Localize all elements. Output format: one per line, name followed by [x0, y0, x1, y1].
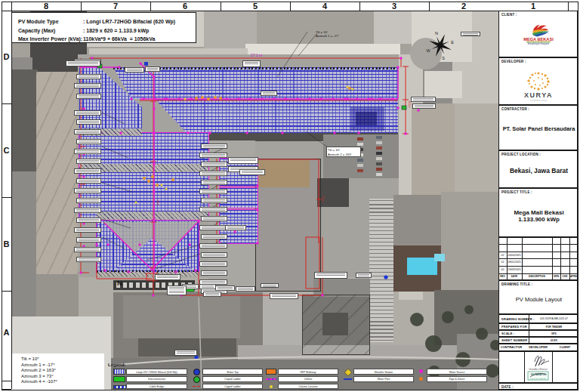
svg-text:N: N — [435, 31, 438, 35]
svg-text:Everything for Everyone: Everything for Everyone — [528, 42, 550, 45]
svg-text:N: N — [117, 279, 122, 287]
svg-text:W: W — [426, 48, 430, 53]
svg-text:S: S — [442, 56, 445, 60]
svg-text:XURYA: XURYA — [524, 91, 553, 99]
svg-text:MEGA BEKASI: MEGA BEKASI — [523, 37, 554, 42]
svg-text:17.1 m: 17.1 m — [251, 53, 262, 57]
svg-text:Gratdika Sitorus: Gratdika Sitorus — [529, 368, 548, 371]
svg-text:12m: 12m — [156, 199, 160, 205]
svg-text:7.5m: 7.5m — [321, 196, 325, 203]
svg-text:E: E — [451, 40, 454, 45]
svg-text:HEAD OF TENDER: HEAD OF TENDER — [530, 378, 546, 380]
svg-text:menyalakan energi: menyalakan energi — [530, 99, 547, 102]
svg-text:8.5m: 8.5m — [408, 101, 412, 109]
